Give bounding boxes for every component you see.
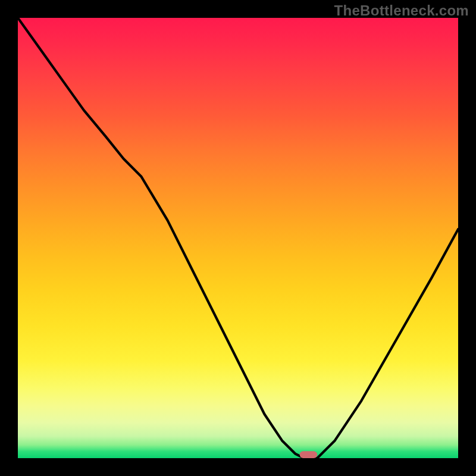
- watermark-text: TheBottleneck.com: [334, 2, 469, 19]
- curve-layer: [18, 18, 458, 458]
- optimal-marker: [300, 451, 318, 458]
- plot-area: [18, 18, 458, 458]
- chart-frame: TheBottleneck.com: [0, 0, 476, 476]
- bottleneck-curve: [18, 18, 458, 458]
